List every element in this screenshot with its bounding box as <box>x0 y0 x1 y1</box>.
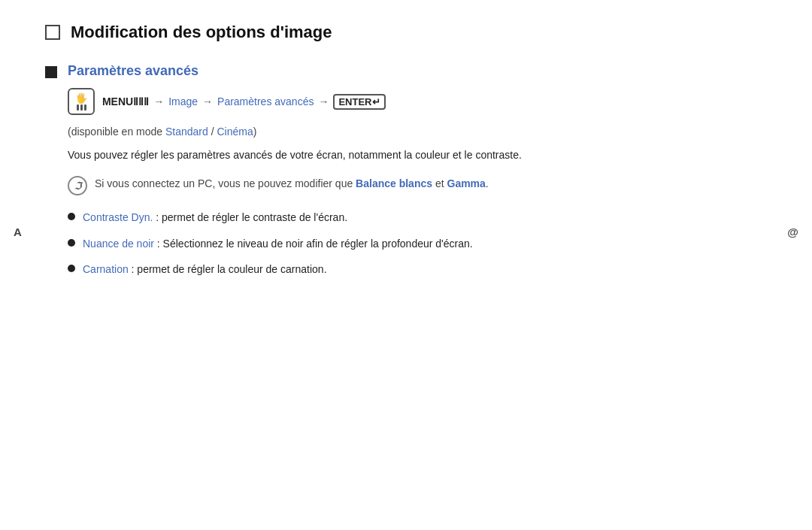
note-text-middle: et <box>432 177 447 189</box>
bullet-3-content: Carnation : permet de régler la couleur … <box>83 261 327 277</box>
menu-image-link[interactable]: Image <box>168 95 198 108</box>
title-checkbox <box>45 25 60 40</box>
bullet-item-carnation: Carnation : permet de régler la couleur … <box>68 261 767 277</box>
bullet-dot-2 <box>68 239 75 247</box>
page-title-row: Modification des options d'image <box>45 23 767 42</box>
menu-icon: 🖐 <box>68 88 95 115</box>
side-label-a: A <box>14 226 22 238</box>
balance-blancs-link[interactable]: Balance blancs <box>356 177 432 189</box>
section-content: Paramètres avancés 🖐 MENUⅡⅡⅡ → Image <box>68 63 767 287</box>
side-label-at: @ <box>787 226 798 238</box>
description-text: Vous pouvez régler les paramètres avancé… <box>68 147 767 163</box>
availability-separator: / <box>208 126 217 138</box>
enter-label: ENTER <box>338 96 371 108</box>
bullet-1-content: Contraste Dyn. : permet de régler le con… <box>83 209 347 226</box>
menu-arrow-2: → <box>202 95 213 108</box>
menu-icon-lines <box>77 104 86 111</box>
bullet-list: Contraste Dyn. : permet de régler le con… <box>68 209 767 277</box>
contraste-dyn-link[interactable]: Contraste Dyn. <box>83 211 153 223</box>
section-title: Paramètres avancés <box>68 63 767 79</box>
menu-icon-inner: 🖐 <box>75 92 87 111</box>
bullet-3-text: : permet de régler la couleur de carnati… <box>129 263 327 275</box>
page-title: Modification des options d'image <box>71 23 332 42</box>
bullet-1-text: : permet de régler le contraste de l'écr… <box>153 211 347 223</box>
standard-link[interactable]: Standard <box>165 126 208 138</box>
menu-line-1 <box>77 104 79 111</box>
availability-suffix: ) <box>253 126 257 138</box>
nuance-de-noir-link[interactable]: Nuance de noir <box>83 238 154 250</box>
menu-line-2 <box>80 104 83 111</box>
enter-icon: ENTER↵ <box>333 94 385 110</box>
note-text-before: Si vous connectez un PC, vous ne pouvez … <box>95 177 356 189</box>
page-container: Modification des options d'image Paramèt… <box>0 0 812 322</box>
gamma-link[interactable]: Gamma <box>447 177 486 189</box>
bullet-dot-1 <box>68 213 75 220</box>
section-bullet-square <box>45 66 57 78</box>
cinema-link[interactable]: Cinéma <box>217 126 253 138</box>
menu-arrow-1: → <box>153 95 164 108</box>
note-text-after: . <box>486 177 489 189</box>
menu-arrow-3: → <box>318 95 329 108</box>
bullet-item-contraste: Contraste Dyn. : permet de régler le con… <box>68 209 767 226</box>
menu-advanced-link[interactable]: Paramètres avancés <box>217 95 314 108</box>
menu-line-3 <box>84 104 86 111</box>
bullet-item-nuance: Nuance de noir : Sélectionnez le niveau … <box>68 235 767 252</box>
note-row: ℑ Si vous connectez un PC, vous ne pouve… <box>68 175 767 195</box>
section-advanced: Paramètres avancés 🖐 MENUⅡⅡⅡ → Image <box>45 63 767 287</box>
menu-hand-symbol: 🖐 <box>75 92 87 104</box>
bullet-2-content: Nuance de noir : Sélectionnez le niveau … <box>83 235 473 252</box>
bullet-2-text: : Sélectionnez le niveau de noir afin de… <box>154 238 473 250</box>
menu-keyword: MENUⅡⅡⅡ <box>99 95 149 108</box>
bullet-dot-3 <box>68 265 75 272</box>
note-icon: ℑ <box>68 176 87 195</box>
carnation-link[interactable]: Carnation <box>83 263 129 275</box>
availability-text: (disponible en mode Standard / Cinéma) <box>68 126 767 138</box>
note-text: Si vous connectez un PC, vous ne pouvez … <box>95 175 489 192</box>
availability-prefix: (disponible en mode <box>68 126 165 138</box>
menu-path: 🖐 MENUⅡⅡⅡ → Image → Paramètres avancés → <box>68 88 767 115</box>
